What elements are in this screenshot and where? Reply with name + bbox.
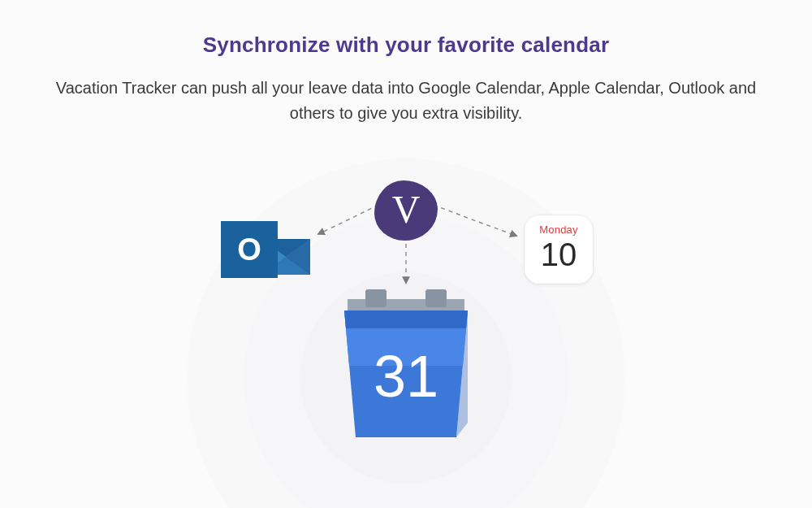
- page-heading: Synchronize with your favorite calendar: [0, 33, 812, 58]
- svg-text:31: 31: [374, 344, 438, 409]
- outlook-letter: O: [237, 232, 261, 267]
- apple-calendar-day-label: Monday: [525, 224, 593, 236]
- svg-rect-1: [365, 289, 387, 307]
- vacation-tracker-logo-icon: V: [374, 180, 438, 241]
- google-calendar-icon: 31: [333, 284, 479, 443]
- outlook-icon: O: [221, 221, 310, 294]
- page-subheading: Vacation Tracker can push all your leave…: [0, 76, 812, 126]
- apple-calendar-icon: Monday 10: [525, 215, 593, 284]
- apple-calendar-day-number: 10: [525, 237, 593, 271]
- sync-illustration: V O Monday 10: [0, 154, 812, 504]
- vacation-tracker-letter: V: [392, 187, 421, 232]
- svg-rect-2: [425, 289, 447, 307]
